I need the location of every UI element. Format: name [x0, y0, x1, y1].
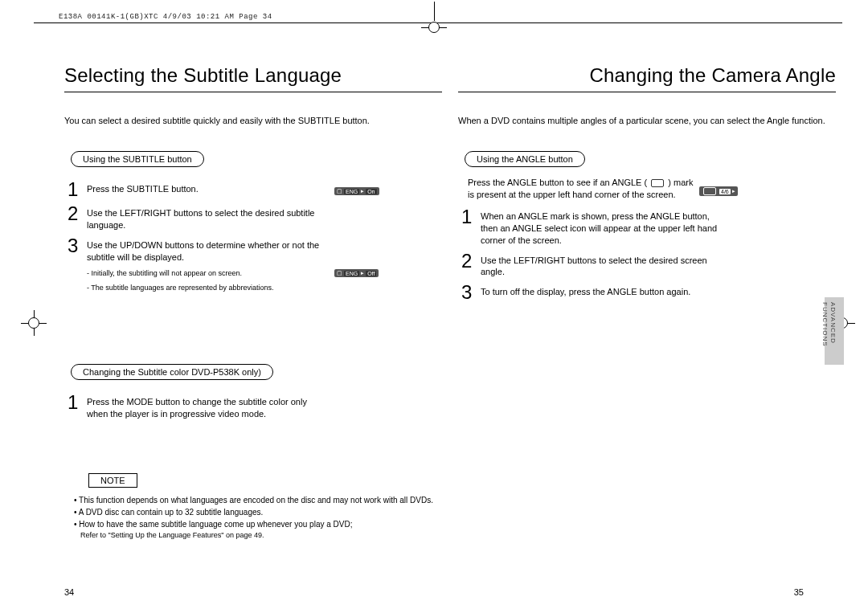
step-text: Press the SUBTITLE button. — [87, 180, 199, 195]
page-title: Changing the Camera Angle — [458, 64, 836, 87]
sub-note: - The subtitle languages are represented… — [87, 283, 442, 293]
step-row: 1 Press the MODE button to change the su… — [68, 393, 442, 420]
note-item: A DVD disc can contain up to 32 subtitle… — [74, 506, 442, 518]
step-text: When an ANGLE mark is shown, press the A… — [481, 207, 722, 247]
tab-line: ADVANCED — [829, 302, 837, 344]
title-rule — [458, 92, 836, 92]
camera-icon — [651, 179, 664, 187]
tab-line: FUNCTIONS — [821, 302, 829, 347]
note-item: This function depends on what languages … — [74, 494, 442, 506]
osd-state: Off — [366, 271, 376, 276]
step-row: 1 Press the SUBTITLE button. — [68, 180, 442, 199]
page-right: Changing the Camera Angle When a DVD con… — [458, 64, 836, 307]
page-number: 34 — [64, 587, 74, 597]
step-row: 2 Use the LEFT/RIGHT buttons to select t… — [68, 204, 442, 231]
title-rule — [64, 92, 442, 92]
page-number: 35 — [794, 587, 804, 597]
step-row: 3 To turn off the display, press the ANG… — [461, 283, 836, 302]
section-pill: Changing the Subtitle color DVD-P538K on… — [71, 364, 273, 380]
section-tab-text: ADVANCED FUNCTIONS — [821, 302, 837, 347]
sub-note: - Initially, the subtitling will not app… — [87, 268, 442, 279]
step-text: Press the MODE button to change the subt… — [87, 393, 328, 420]
camera-icon — [703, 187, 716, 195]
note-item: How to have the same subtitle language c… — [74, 518, 442, 530]
pre-step-text: Press the ANGLE button to see if an ANGL… — [468, 177, 701, 201]
step-number: 1 — [68, 393, 87, 412]
section-tab: ADVANCED FUNCTIONS — [825, 297, 844, 365]
note-item: Refer to "Setting Up the Language Featur… — [80, 530, 442, 541]
section-pill: Using the SUBTITLE button — [71, 151, 204, 167]
crop-mark — [434, 2, 435, 21]
step-number: 2 — [68, 204, 87, 223]
intro-text: You can select a desired subtitle quickl… — [64, 115, 442, 127]
intro-text: When a DVD contains multiple angles of a… — [458, 115, 836, 127]
crop-circle-icon — [28, 317, 39, 329]
step-row: 2 Use the LEFT/RIGHT buttons to select t… — [461, 251, 836, 279]
print-header: E138A 00141K-1(GB)XTC 4/9/03 10:21 AM Pa… — [59, 13, 272, 21]
osd-state: On — [366, 189, 376, 194]
note-label: NOTE — [88, 473, 137, 488]
step-row: 1 When an ANGLE mark is shown, press the… — [461, 207, 836, 247]
section-pill: Using the ANGLE button — [465, 151, 585, 167]
step-text: Use the UP/DOWN buttons to determine whe… — [87, 236, 328, 264]
step-number: 1 — [68, 180, 87, 199]
osd-angle-value: 4/6 — [719, 189, 731, 194]
osd-angle-indicator: 4/6▸ — [699, 186, 738, 196]
notes-block: This function depends on what languages … — [74, 494, 442, 541]
osd-lang: ENG — [344, 271, 359, 276]
step-number: 2 — [461, 251, 481, 271]
osd-lang: ENG — [344, 189, 359, 194]
step-row: 3 Use the UP/DOWN buttons to determine w… — [68, 236, 442, 264]
step-text: Use the LEFT/RIGHT buttons to select the… — [481, 251, 722, 279]
osd-subtitle-indicator: ▢ENG▸On — [334, 187, 379, 195]
page-title: Selecting the Subtitle Language — [64, 64, 442, 87]
step-text: Use the LEFT/RIGHT buttons to select the… — [87, 204, 328, 231]
step-text: To turn off the display, press the ANGLE… — [481, 283, 690, 298]
step-number: 1 — [461, 207, 481, 227]
osd-subtitle-indicator: ▢ENG▸Off — [334, 269, 379, 277]
crop-circle-icon — [428, 22, 440, 33]
page-left: Selecting the Subtitle Language You can … — [64, 64, 442, 541]
step-number: 3 — [461, 283, 481, 302]
step-number: 3 — [68, 236, 87, 255]
